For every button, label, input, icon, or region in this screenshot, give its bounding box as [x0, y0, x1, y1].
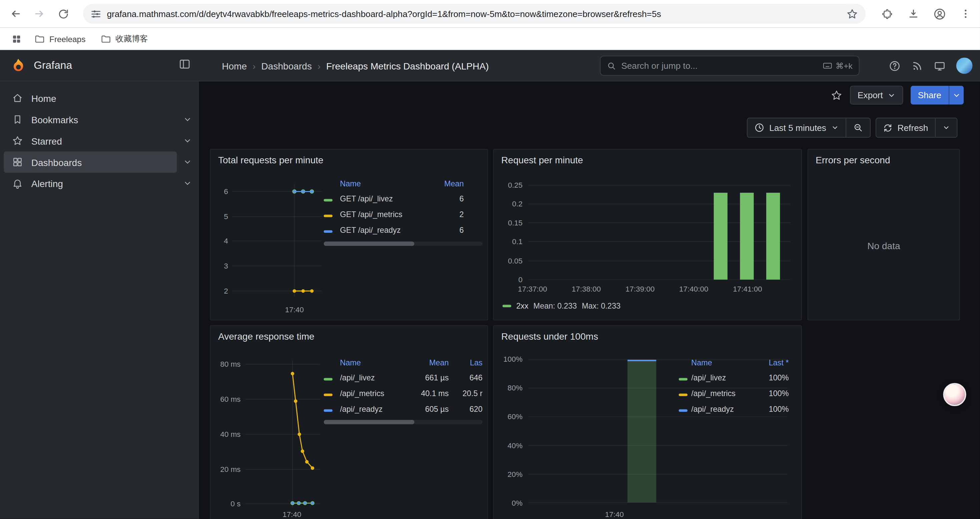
sidebar-item-home[interactable]: Home — [4, 88, 177, 109]
share-menu-button[interactable] — [949, 86, 964, 105]
series-name[interactable]: /api/_metrics — [340, 389, 402, 398]
favorite-dashboard-button[interactable] — [830, 89, 843, 101]
series-name[interactable]: /api/_livez — [691, 374, 757, 382]
legend-col-name[interactable]: Name — [340, 359, 402, 367]
panel-title[interactable]: Request per minute — [501, 155, 583, 165]
url-bar[interactable] — [83, 4, 865, 24]
legend-table: Name Mean GET /api/_livez 6 GET /api/_me… — [324, 177, 483, 238]
scrollbar-thumb[interactable] — [324, 241, 414, 246]
legend-col-name[interactable]: Name — [691, 359, 757, 367]
help-button[interactable] — [889, 60, 900, 72]
panel-title[interactable]: Errors per second — [816, 155, 890, 165]
clock-icon — [754, 123, 764, 133]
time-range-button[interactable]: Last 5 minutes — [748, 118, 846, 137]
series-color-dash — [324, 230, 332, 232]
y-tick: 0% — [500, 498, 522, 507]
folder-icon — [100, 34, 111, 44]
legend-scrollbar[interactable] — [324, 420, 483, 424]
breadcrumb: Home › Dashboards › Freeleaps Metrics Da… — [222, 50, 488, 81]
bookmark-item-freeleaps[interactable]: Freeleaps — [29, 31, 91, 47]
search-box[interactable]: ⌘+k — [600, 56, 859, 76]
news-rss-button[interactable] — [911, 60, 923, 72]
time-range-group: Last 5 minutes — [747, 118, 870, 137]
series-name[interactable]: /api/_metrics — [691, 389, 757, 398]
bar-chart[interactable] — [528, 181, 791, 279]
series-name[interactable]: 2xx — [516, 302, 528, 310]
breadcrumb-dashboards[interactable]: Dashboards — [261, 61, 312, 71]
chevron-down-icon — [943, 124, 950, 131]
forward-button[interactable] — [29, 3, 50, 24]
x-tick: 17:41:00 — [729, 285, 766, 294]
forward-icon — [33, 7, 45, 20]
refresh-interval-button[interactable] — [935, 118, 957, 137]
chevron-down-icon[interactable] — [183, 158, 192, 166]
chevron-down-icon[interactable] — [183, 179, 192, 188]
legend-col-mean[interactable]: Mean — [402, 359, 449, 367]
sidebar-item-label: Alerting — [31, 178, 63, 189]
sidebar-item-label: Dashboards — [31, 156, 82, 167]
series-mean: 6 — [436, 194, 464, 203]
legend-scrollbar[interactable] — [324, 241, 483, 246]
sidebar-item-starred[interactable]: Starred — [4, 130, 177, 152]
chevron-down-icon — [831, 124, 838, 131]
share-split-button: Share — [910, 86, 964, 105]
chevron-down-icon[interactable] — [183, 136, 192, 145]
display-tv-button[interactable] — [934, 60, 946, 72]
timeseries-chart[interactable] — [232, 184, 322, 297]
series-name[interactable]: /api/_readyz — [691, 404, 757, 413]
series-color-dash — [324, 409, 332, 411]
sidebar-item-bookmarks[interactable]: Bookmarks — [4, 109, 177, 130]
x-tick: 17:40 — [282, 305, 307, 314]
series-name[interactable]: /api/_livez — [340, 374, 402, 382]
user-avatar[interactable] — [956, 57, 973, 74]
export-button[interactable]: Export — [850, 86, 903, 105]
apps-grid-button[interactable] — [7, 30, 25, 48]
sidebar-collapse-button[interactable] — [179, 58, 191, 70]
legend-col-last[interactable]: Last * — [757, 359, 789, 367]
x-tick: 17:38:00 — [567, 285, 605, 294]
puzzle-icon — [881, 8, 893, 20]
floating-assistant-avatar[interactable] — [943, 383, 966, 406]
timeseries-chart[interactable] — [245, 360, 320, 507]
legend-col-name[interactable]: Name — [340, 180, 436, 188]
bookmark-star-icon[interactable] — [846, 8, 858, 20]
series-name[interactable]: GET /api/_readyz — [340, 225, 436, 234]
bookmark-item-blogs[interactable]: 收藏博客 — [95, 31, 153, 47]
sidebar-item-dashboards[interactable]: Dashboards — [4, 151, 177, 172]
browser-menu-button[interactable] — [955, 3, 976, 24]
panel-title[interactable]: Total requests per minute — [218, 155, 323, 165]
zoom-out-button[interactable] — [846, 118, 870, 137]
legend-row: /api/_readyz 100% — [679, 401, 789, 417]
series-color-dash — [324, 214, 332, 217]
url-input[interactable] — [107, 9, 841, 19]
series-name[interactable]: GET /api/_livez — [340, 194, 436, 203]
series-color-dash — [679, 393, 687, 396]
series-last: 100% — [757, 404, 789, 413]
legend-col-mean[interactable]: Mean — [436, 180, 464, 188]
reload-button[interactable] — [52, 3, 74, 24]
search-input[interactable] — [621, 61, 817, 71]
chevron-down-icon[interactable] — [183, 115, 192, 124]
legend-table: Name Last * /api/_livez 100% /api/_metri… — [679, 356, 789, 417]
panel-requests-under-100ms: Requests under 100ms 100% 80% 60% 40% 20… — [493, 325, 802, 519]
legend-col-last[interactable]: Las — [449, 359, 482, 367]
breadcrumb-home[interactable]: Home — [222, 61, 247, 71]
downloads-button[interactable] — [903, 3, 924, 24]
series-name[interactable]: GET /api/_metrics — [340, 210, 436, 219]
x-tick: 17:40:00 — [675, 285, 713, 294]
refresh-button[interactable]: Refresh — [876, 118, 935, 137]
panel-title[interactable]: Average response time — [218, 331, 315, 342]
grafana-brand[interactable]: Grafana — [10, 50, 72, 81]
y-tick: 0.05 — [501, 257, 523, 265]
share-button[interactable]: Share — [910, 86, 949, 105]
site-settings-icon[interactable] — [91, 8, 102, 19]
panel-title[interactable]: Requests under 100ms — [501, 331, 598, 342]
series-name[interactable]: /api/_readyz — [340, 404, 402, 413]
extensions-button[interactable] — [876, 3, 897, 24]
scrollbar-thumb[interactable] — [324, 420, 414, 424]
back-button[interactable] — [5, 3, 26, 24]
profile-button[interactable] — [929, 3, 950, 24]
panel-average-response-time: Average response time 80 ms 60 ms 40 ms … — [210, 325, 488, 519]
sidebar-item-label: Starred — [31, 136, 62, 146]
sidebar-item-alerting[interactable]: Alerting — [4, 172, 177, 194]
